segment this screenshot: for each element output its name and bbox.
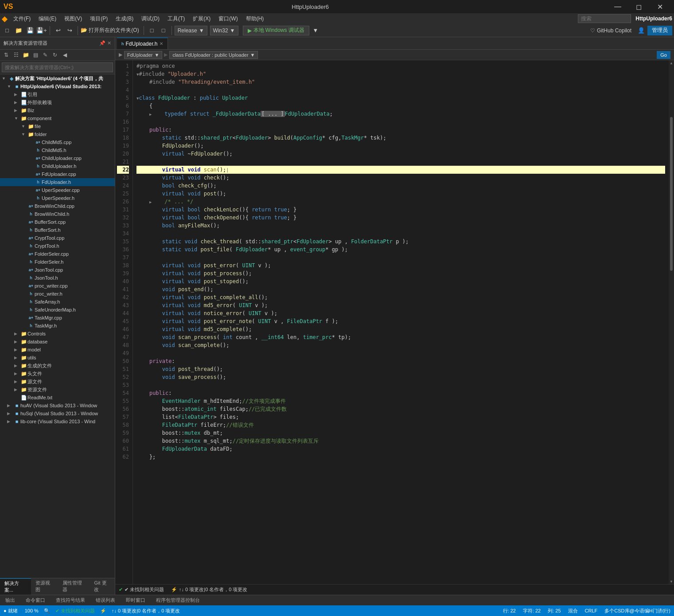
solution-search-input[interactable]	[2, 62, 113, 72]
scroll-track[interactable]	[669, 66, 674, 579]
properties-btn[interactable]: ✎	[41, 51, 50, 59]
sol-tab-git[interactable]: Git 更改	[90, 578, 115, 595]
list-item[interactable]: h CryptTool.h	[0, 242, 115, 250]
menu-window[interactable]: 窗口(W)	[215, 13, 241, 24]
editor-scrollbar[interactable]: ▲ ▼	[669, 60, 674, 584]
list-item[interactable]: a+ UperSpeeder.cpp	[0, 186, 115, 194]
list-item[interactable]: a+ ChildUploader.cpp	[0, 154, 115, 162]
run-dropdown-btn[interactable]: ▼	[310, 25, 321, 36]
tree-item-resources[interactable]: ▶ 📁 资源文件	[0, 386, 115, 394]
list-item[interactable]: a+ FolderSeler.cpp	[0, 250, 115, 258]
open-btn[interactable]: 📁	[13, 25, 24, 36]
tree-item-component[interactable]: ▼ 📁 component	[0, 114, 115, 122]
tab-close-btn[interactable]: ✕	[160, 41, 163, 46]
copilot-user-btn[interactable]: 👤	[636, 25, 647, 36]
btab-output[interactable]: 输出	[4, 595, 17, 606]
tree-item-biz[interactable]: ▶ 📁 Biz	[0, 106, 115, 114]
sol-tab-property[interactable]: 属性管理器	[58, 578, 90, 595]
tree-item-sources[interactable]: ▶ 📁 源文件	[0, 378, 115, 386]
list-item[interactable]: h FolderSeler.h	[0, 258, 115, 266]
breadcrumb-class-dropdown[interactable]: class FdUploader : public Uploader ▼	[169, 51, 258, 59]
btab-package[interactable]: 程序包管理器控制台	[154, 595, 202, 606]
tree-item-solution[interactable]: ▼ ◆ 解决方案 'HttpUploader6' (4 个项目，共	[0, 74, 115, 82]
list-item[interactable]: h ChildUploader.h	[0, 162, 115, 170]
list-item[interactable]: a+ proc_writer.cpp	[0, 282, 115, 290]
menu-debug[interactable]: 调试(D)	[138, 13, 163, 24]
undo-btn[interactable]: ↩	[53, 25, 63, 36]
tree-item-file-folder[interactable]: ▼ 📁 file	[0, 122, 115, 130]
list-item[interactable]: h proc_writer.h	[0, 290, 115, 298]
list-item[interactable]: h UperSpeeder.h	[0, 194, 115, 202]
list-item[interactable]: h JsonTool.h	[0, 274, 115, 282]
btab-find-symbols[interactable]: 查找符号结果	[54, 595, 87, 606]
list-item[interactable]: h SafeArray.h	[0, 298, 115, 306]
new-project-btn[interactable]: □	[2, 25, 12, 36]
save-all-btn[interactable]: 💾+	[36, 25, 47, 36]
list-item[interactable]: h ChildMd5.h	[0, 146, 115, 154]
breadcrumb-namespace-dropdown[interactable]: FdUploader ▼	[124, 51, 162, 59]
minimize-button[interactable]: ―	[608, 0, 628, 13]
list-item[interactable]: a+ BufferSort.cpp	[0, 218, 115, 226]
btab-error-list[interactable]: 错误列表	[94, 595, 117, 606]
list-item[interactable]: a+ FdUploader.cpp	[0, 170, 115, 178]
list-item-active[interactable]: h FdUploader.h	[0, 178, 115, 186]
breadcrumb-go-button[interactable]: Go	[657, 51, 670, 59]
status-line[interactable]: 行: 22	[503, 608, 516, 614]
collapse-all-btn[interactable]: ◀	[60, 51, 69, 59]
menu-edit[interactable]: 编辑(E)	[35, 13, 60, 24]
status-no-problems[interactable]: ✔ 未找到相关问题	[55, 608, 95, 614]
list-item[interactable]: a+ CryptTool.cpp	[0, 234, 115, 242]
save-btn[interactable]: 💾	[25, 25, 35, 36]
tree-item-extern-deps[interactable]: ▶ 📃 外部依赖项	[0, 98, 115, 106]
show-files-btn[interactable]: ▤	[31, 51, 40, 59]
git-status[interactable]: ● 就绪	[4, 608, 18, 614]
list-item[interactable]: 📄 ReadMe.txt	[0, 394, 115, 402]
menu-extensions[interactable]: 扩展(X)	[189, 13, 214, 24]
list-item[interactable]: h TaskMgr.h	[0, 322, 115, 330]
tree-item-headers[interactable]: ▶ 📁 头文件	[0, 370, 115, 378]
scroll-up-btn[interactable]: ▲	[669, 60, 674, 66]
code-content[interactable]: #pragma once ▼#include "Uploader.h" #inc…	[133, 60, 669, 584]
menu-file[interactable]: 文件(F)	[10, 13, 34, 24]
scroll-down-btn[interactable]: ▼	[669, 579, 674, 584]
scroll-thumb[interactable]	[670, 117, 673, 271]
status-char[interactable]: 字符: 22	[523, 608, 541, 614]
new-folder-btn[interactable]: 📁	[21, 51, 30, 59]
sol-tab-resource[interactable]: 资源视图	[31, 578, 58, 595]
refresh-btn[interactable]: ↻	[51, 51, 59, 59]
list-item[interactable]: a+ BrowWinChild.cpp	[0, 202, 115, 210]
tb-btn-4[interactable]: □	[147, 25, 157, 36]
tree-item-husql[interactable]: ▶ ■ huSql (Visual Studio 2013 - Window	[0, 409, 115, 417]
list-item[interactable]: a+ TaskMgr.cpp	[0, 314, 115, 322]
tree-item-model[interactable]: ▶ 📁 model	[0, 346, 115, 354]
status-mix[interactable]: 混合	[568, 608, 578, 614]
prob-ok-item[interactable]: ✔ ✔ 未找到相关问题	[119, 586, 164, 593]
admin-button[interactable]: 管理员	[647, 26, 672, 35]
configuration-dropdown[interactable]: Release ▼	[175, 26, 207, 35]
tb-btn-5[interactable]: □	[158, 25, 169, 36]
tree-item-project[interactable]: ▼ ■ HttpUploader6 (Visual Studio 2013:	[0, 82, 115, 90]
btab-immediate[interactable]: 即时窗口	[124, 595, 147, 606]
status-crlf[interactable]: CRLF	[585, 608, 598, 613]
tree-item-utils[interactable]: ▶ 📁 utils	[0, 354, 115, 362]
tree-item-database[interactable]: ▶ 📁 database	[0, 338, 115, 346]
close-button[interactable]: ✕	[650, 0, 670, 13]
filter-btn[interactable]: ☷	[12, 51, 20, 59]
run-debugger-button[interactable]: ▶ 本地 Windows 调试器	[243, 26, 309, 35]
tree-item-huav[interactable]: ▶ ■ huAV (Visual Studio 2013 - Window	[0, 402, 115, 409]
list-item[interactable]: h BrowWinChild.h	[0, 210, 115, 218]
menu-build[interactable]: 生成(B)	[112, 13, 137, 24]
sync-btn[interactable]: ⇅	[2, 51, 11, 59]
menu-search-input[interactable]	[578, 14, 631, 23]
close-panel-icon[interactable]: ✕	[107, 40, 111, 46]
status-encoding[interactable]: 多个CSD库@今语编H门济(行)	[604, 608, 670, 614]
menu-project[interactable]: 项目(P)	[86, 13, 111, 24]
status-zoom[interactable]: 100 %	[25, 608, 39, 613]
status-source-ctrl[interactable]: ↑↓ 0 项更改|0 名作者，0 项更改	[112, 608, 180, 614]
redo-btn[interactable]: ↪	[64, 25, 75, 36]
tree-item-generated[interactable]: ▶ 📁 生成的文件	[0, 362, 115, 370]
list-item[interactable]: h SafeUnorderMap.h	[0, 306, 115, 314]
menu-view[interactable]: 视图(V)	[61, 13, 86, 24]
status-col[interactable]: 列: 25	[548, 608, 561, 614]
btab-cmd[interactable]: 命令窗口	[24, 595, 47, 606]
